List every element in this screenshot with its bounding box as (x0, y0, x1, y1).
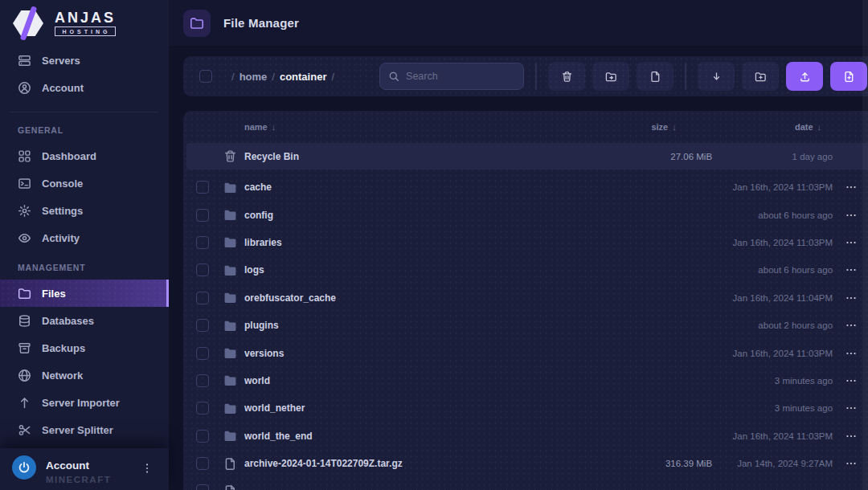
archive-button[interactable] (637, 62, 674, 91)
table-row[interactable]: pluginsabout 2 hours ago (183, 312, 868, 339)
download-button[interactable] (698, 62, 735, 91)
recycle-bin-date: 1 day ago (792, 152, 833, 161)
sidebar-item-databases[interactable]: Databases (0, 307, 169, 334)
file-icon (223, 457, 237, 471)
account-footer[interactable]: Account MINECRAFT (0, 448, 169, 490)
file-name: world (244, 375, 616, 386)
new-folder-button[interactable] (742, 62, 779, 91)
file-icon (223, 484, 237, 490)
file-name: orebfuscator_cache (244, 292, 616, 304)
row-checkbox[interactable] (196, 181, 209, 194)
file-date: Jan 16th, 2024 11:03PM (733, 431, 833, 441)
settings-icon (18, 204, 31, 218)
sidebar-item-backups[interactable]: Backups (0, 334, 169, 361)
row-checkbox[interactable] (196, 292, 209, 304)
toolbar-divider (535, 63, 537, 90)
folder-icon (223, 402, 237, 415)
table-row[interactable]: world3 minutes ago (183, 367, 868, 394)
search-input[interactable] (406, 71, 515, 82)
row-checkbox[interactable] (196, 484, 209, 490)
row-checkbox[interactable] (196, 430, 209, 443)
kebab-h-icon[interactable] (845, 210, 857, 221)
select-all-checkbox[interactable] (199, 70, 212, 83)
table-row[interactable]: world_nether3 minutes ago (183, 394, 868, 422)
servers-icon (18, 54, 31, 67)
toolbar-create-actions (698, 62, 867, 91)
file-manager-icon-button[interactable] (183, 10, 211, 37)
breadcrumb-segment[interactable]: home (240, 71, 268, 83)
column-name-label: name (244, 122, 268, 132)
column-header-size[interactable]: size ↓ (616, 122, 712, 132)
page-header: File Manager (169, 0, 868, 46)
row-checkbox[interactable] (196, 236, 209, 249)
table-row[interactable]: logsabout 6 hours ago (183, 256, 868, 284)
file-size: 316.39 MiB (665, 459, 712, 468)
kebab-h-icon[interactable] (845, 348, 857, 359)
sidebar-item-label: Server Splitter (42, 424, 113, 436)
table-row[interactable]: cacheJan 16th, 2024 11:03PM (183, 174, 868, 201)
sidebar-item-files[interactable]: Files (0, 280, 169, 307)
kebab-h-icon[interactable] (845, 431, 857, 442)
move-button[interactable] (592, 62, 629, 91)
sidebar-item-settings[interactable]: Settings (0, 197, 169, 224)
sidebar-item-server-splitter[interactable]: Server Splitter (0, 416, 169, 443)
delete-button[interactable] (548, 62, 585, 91)
kebab-h-icon[interactable] (845, 237, 857, 248)
sidebar-item-dashboard[interactable]: Dashboard (0, 142, 169, 169)
kebab-v-icon[interactable] (141, 463, 153, 474)
sidebar-item-account[interactable]: Account (0, 74, 169, 101)
sidebar-item-activity[interactable]: Activity (0, 224, 169, 251)
row-checkbox[interactable] (196, 263, 209, 276)
file-icon (649, 71, 661, 83)
table-rows: cacheJan 16th, 2024 11:03PMconfigabout 6… (183, 174, 868, 490)
column-header-date[interactable]: date ↓ (712, 122, 833, 132)
kebab-h-icon[interactable] (845, 182, 857, 193)
file-date: about 6 hours ago (758, 265, 833, 275)
table-row[interactable] (183, 477, 868, 490)
recycle-bin-row[interactable]: Recycle Bin 27.06 MiB 1 day ago (186, 143, 868, 169)
brand-subtitle: HOSTING (55, 27, 116, 36)
file-date: about 2 hours ago (758, 321, 833, 330)
scrollbar[interactable] (862, 0, 868, 490)
kebab-h-icon[interactable] (845, 320, 857, 331)
table-row[interactable]: configabout 6 hours ago (183, 201, 868, 228)
file-date: 3 minutes ago (775, 403, 833, 413)
file-name: libraries (244, 237, 616, 248)
kebab-h-icon[interactable] (845, 402, 857, 414)
kebab-h-icon[interactable] (845, 458, 857, 469)
file-name: plugins (244, 320, 616, 331)
page-title: File Manager (223, 16, 299, 30)
kebab-h-icon[interactable] (845, 264, 857, 276)
row-checkbox[interactable] (196, 319, 209, 332)
table-row[interactable]: versionsJan 16th, 2024 11:03PM (183, 339, 868, 366)
row-checkbox[interactable] (196, 374, 209, 387)
table-row[interactable]: archive-2024-01-14T022709Z.tar.gz316.39 … (183, 450, 868, 477)
row-checkbox[interactable] (196, 209, 209, 222)
sidebar-item-servers[interactable]: Servers (0, 47, 169, 74)
sidebar-item-server-importer[interactable]: Server Importer (0, 389, 169, 416)
table-row[interactable]: orebfuscator_cacheJan 16th, 2024 11:04PM (183, 284, 868, 312)
column-size-label: size (651, 122, 668, 132)
table-row[interactable]: world_the_endJan 16th, 2024 11:03PM (183, 423, 868, 450)
sidebar-item-console[interactable]: Console (0, 169, 169, 197)
row-checkbox[interactable] (196, 402, 209, 414)
breadcrumb-segment[interactable]: container (280, 71, 327, 83)
file-table: name ↓ size ↓ date ↓ Re (183, 111, 868, 490)
row-checkbox[interactable] (196, 347, 209, 360)
section-title-general: GENERAL (0, 114, 169, 142)
brand-name: ANJAS (55, 10, 116, 26)
kebab-h-icon[interactable] (845, 375, 857, 386)
upload-icon (799, 71, 811, 83)
kebab-h-icon[interactable] (845, 292, 857, 304)
folder-icon (223, 235, 237, 249)
column-header-name[interactable]: name ↓ (244, 122, 616, 132)
row-checkbox[interactable] (196, 457, 209, 470)
table-row[interactable]: librariesJan 16th, 2024 11:03PM (183, 229, 868, 256)
folder-icon (223, 291, 237, 304)
sidebar-item-network[interactable]: Network (0, 361, 169, 389)
file-name: logs (244, 264, 616, 276)
brand[interactable]: ANJAS HOSTING (0, 0, 169, 47)
dashboard-icon (18, 149, 31, 163)
upload-button[interactable] (786, 62, 823, 91)
power-icon (18, 461, 31, 474)
